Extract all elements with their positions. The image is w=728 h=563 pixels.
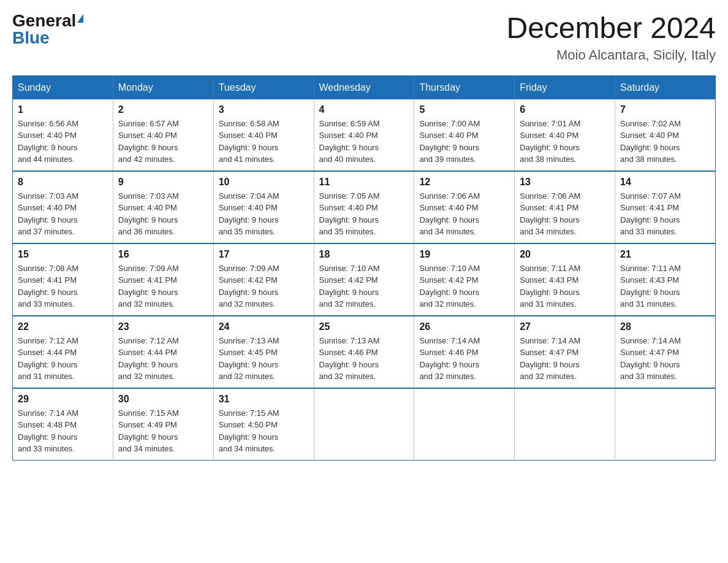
logo-arrow-icon [77,14,83,23]
day-info: Sunrise: 7:11 AMSunset: 4:43 PMDaylight:… [520,262,610,310]
day-info: Sunrise: 7:13 AMSunset: 4:45 PMDaylight:… [219,335,309,383]
day-number: 5 [419,104,509,115]
calendar-cell [414,388,515,461]
day-number: 1 [18,104,108,115]
day-number: 14 [620,177,710,188]
day-info: Sunrise: 7:04 AMSunset: 4:40 PMDaylight:… [219,190,309,238]
calendar-week-row: 29Sunrise: 7:14 AMSunset: 4:48 PMDayligh… [13,388,716,461]
day-number: 29 [18,394,108,405]
calendar-cell: 20Sunrise: 7:11 AMSunset: 4:43 PMDayligh… [515,243,615,316]
day-info: Sunrise: 7:14 AMSunset: 4:47 PMDaylight:… [620,335,710,383]
calendar-cell: 16Sunrise: 7:09 AMSunset: 4:41 PMDayligh… [113,243,213,316]
logo-general-text: General [12,12,76,29]
day-info: Sunrise: 7:08 AMSunset: 4:41 PMDaylight:… [18,262,108,310]
day-info: Sunrise: 6:58 AMSunset: 4:40 PMDaylight:… [219,118,309,166]
logo-blue-text: Blue [12,29,50,47]
calendar-cell: 12Sunrise: 7:06 AMSunset: 4:40 PMDayligh… [414,171,515,243]
day-number: 23 [118,321,208,332]
day-info: Sunrise: 7:05 AMSunset: 4:40 PMDaylight:… [319,190,409,238]
day-info: Sunrise: 7:06 AMSunset: 4:41 PMDaylight:… [520,190,610,238]
logo: General Blue [12,12,83,47]
column-header-sunday: Sunday [13,75,113,99]
day-number: 19 [419,249,509,260]
column-header-saturday: Saturday [615,75,716,99]
calendar-cell: 25Sunrise: 7:13 AMSunset: 4:46 PMDayligh… [314,316,414,388]
day-number: 8 [18,177,108,188]
day-info: Sunrise: 6:57 AMSunset: 4:40 PMDaylight:… [118,118,208,166]
day-info: Sunrise: 7:03 AMSunset: 4:40 PMDaylight:… [118,190,208,238]
title-section: December 2024 Moio Alcantara, Sicily, It… [506,12,716,63]
day-number: 17 [219,249,309,260]
day-info: Sunrise: 7:09 AMSunset: 4:42 PMDaylight:… [219,262,309,310]
day-info: Sunrise: 7:14 AMSunset: 4:46 PMDaylight:… [419,335,509,383]
day-number: 9 [118,177,208,188]
calendar-header-row: SundayMondayTuesdayWednesdayThursdayFrid… [13,75,716,99]
column-header-thursday: Thursday [414,75,515,99]
day-number: 6 [520,104,610,115]
day-info: Sunrise: 7:01 AMSunset: 4:40 PMDaylight:… [520,118,610,166]
day-info: Sunrise: 7:13 AMSunset: 4:46 PMDaylight:… [319,335,409,383]
day-number: 21 [620,249,710,260]
day-info: Sunrise: 7:10 AMSunset: 4:42 PMDaylight:… [419,262,509,310]
calendar-cell: 13Sunrise: 7:06 AMSunset: 4:41 PMDayligh… [515,171,615,243]
day-number: 25 [319,321,409,332]
calendar-cell: 28Sunrise: 7:14 AMSunset: 4:47 PMDayligh… [615,316,716,388]
calendar-week-row: 15Sunrise: 7:08 AMSunset: 4:41 PMDayligh… [13,243,716,316]
day-info: Sunrise: 7:09 AMSunset: 4:41 PMDaylight:… [118,262,208,310]
day-number: 13 [520,177,610,188]
calendar-cell: 26Sunrise: 7:14 AMSunset: 4:46 PMDayligh… [414,316,515,388]
day-info: Sunrise: 7:02 AMSunset: 4:40 PMDaylight:… [620,118,710,166]
day-number: 12 [419,177,509,188]
calendar-cell: 19Sunrise: 7:10 AMSunset: 4:42 PMDayligh… [414,243,515,316]
calendar-cell: 15Sunrise: 7:08 AMSunset: 4:41 PMDayligh… [13,243,113,316]
calendar-cell: 2Sunrise: 6:57 AMSunset: 4:40 PMDaylight… [113,99,213,171]
calendar-cell: 5Sunrise: 7:00 AMSunset: 4:40 PMDaylight… [414,99,515,171]
calendar-cell: 11Sunrise: 7:05 AMSunset: 4:40 PMDayligh… [314,171,414,243]
day-info: Sunrise: 7:03 AMSunset: 4:40 PMDaylight:… [18,190,108,238]
page-header: General Blue December 2024 Moio Alcantar… [12,12,716,63]
calendar-cell: 17Sunrise: 7:09 AMSunset: 4:42 PMDayligh… [213,243,314,316]
calendar-week-row: 1Sunrise: 6:56 AMSunset: 4:40 PMDaylight… [13,99,716,171]
day-info: Sunrise: 7:15 AMSunset: 4:50 PMDaylight:… [219,407,309,455]
calendar-cell: 1Sunrise: 6:56 AMSunset: 4:40 PMDaylight… [13,99,113,171]
day-info: Sunrise: 7:14 AMSunset: 4:47 PMDaylight:… [520,335,610,383]
calendar-cell: 27Sunrise: 7:14 AMSunset: 4:47 PMDayligh… [515,316,615,388]
day-info: Sunrise: 7:07 AMSunset: 4:41 PMDaylight:… [620,190,710,238]
calendar-cell [515,388,615,461]
calendar-cell: 31Sunrise: 7:15 AMSunset: 4:50 PMDayligh… [213,388,314,461]
calendar-cell: 29Sunrise: 7:14 AMSunset: 4:48 PMDayligh… [13,388,113,461]
calendar-week-row: 8Sunrise: 7:03 AMSunset: 4:40 PMDaylight… [13,171,716,243]
calendar-cell: 30Sunrise: 7:15 AMSunset: 4:49 PMDayligh… [113,388,213,461]
day-info: Sunrise: 7:12 AMSunset: 4:44 PMDaylight:… [118,335,208,383]
column-header-friday: Friday [515,75,615,99]
calendar-table: SundayMondayTuesdayWednesdayThursdayFrid… [12,75,716,461]
calendar-cell: 8Sunrise: 7:03 AMSunset: 4:40 PMDaylight… [13,171,113,243]
day-info: Sunrise: 7:11 AMSunset: 4:43 PMDaylight:… [620,262,710,310]
calendar-cell: 4Sunrise: 6:59 AMSunset: 4:40 PMDaylight… [314,99,414,171]
day-info: Sunrise: 7:15 AMSunset: 4:49 PMDaylight:… [118,407,208,455]
day-number: 3 [219,104,309,115]
column-header-tuesday: Tuesday [213,75,314,99]
day-info: Sunrise: 7:14 AMSunset: 4:48 PMDaylight:… [18,407,108,455]
calendar-cell: 23Sunrise: 7:12 AMSunset: 4:44 PMDayligh… [113,316,213,388]
calendar-cell: 21Sunrise: 7:11 AMSunset: 4:43 PMDayligh… [615,243,716,316]
calendar-cell [314,388,414,461]
column-header-wednesday: Wednesday [314,75,414,99]
day-info: Sunrise: 6:56 AMSunset: 4:40 PMDaylight:… [18,118,108,166]
day-number: 26 [419,321,509,332]
day-number: 31 [219,394,309,405]
day-number: 18 [319,249,409,260]
day-number: 11 [319,177,409,188]
month-title: December 2024 [506,12,716,45]
day-number: 30 [118,394,208,405]
calendar-week-row: 22Sunrise: 7:12 AMSunset: 4:44 PMDayligh… [13,316,716,388]
day-number: 10 [219,177,309,188]
calendar-cell [615,388,716,461]
day-number: 16 [118,249,208,260]
calendar-cell: 18Sunrise: 7:10 AMSunset: 4:42 PMDayligh… [314,243,414,316]
calendar-cell: 7Sunrise: 7:02 AMSunset: 4:40 PMDaylight… [615,99,716,171]
day-number: 24 [219,321,309,332]
day-number: 27 [520,321,610,332]
day-number: 7 [620,104,710,115]
day-number: 2 [118,104,208,115]
